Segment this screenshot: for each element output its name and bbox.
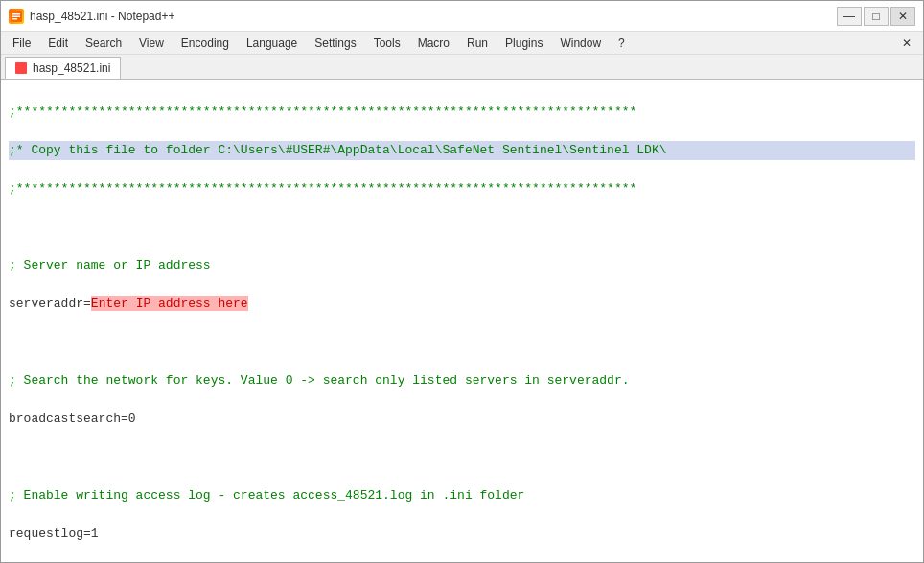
maximize-button[interactable]: □ xyxy=(864,7,889,26)
svg-rect-2 xyxy=(12,15,20,17)
line-9: broadcastsearch=0 xyxy=(9,410,915,429)
menu-close-x[interactable]: ✕ xyxy=(894,35,919,52)
tab-bar: hasp_48521.ini xyxy=(1,55,923,80)
svg-rect-1 xyxy=(12,13,20,15)
editor-area[interactable]: ;***************************************… xyxy=(1,80,923,562)
menu-bar: File Edit Search View Encoding Language … xyxy=(1,32,923,55)
line-6: serveraddr=Enter IP address here xyxy=(9,294,915,314)
line-10 xyxy=(9,448,915,467)
title-bar: hasp_48521.ini - Notepad++ — □ ✕ xyxy=(1,1,923,32)
minimize-button[interactable]: — xyxy=(837,7,862,26)
line-4 xyxy=(9,218,915,237)
app-icon xyxy=(9,9,24,24)
svg-rect-3 xyxy=(12,18,17,20)
tab-file-icon xyxy=(15,62,27,74)
main-window: hasp_48521.ini - Notepad++ — □ ✕ File Ed… xyxy=(0,0,924,563)
menu-tools[interactable]: Tools xyxy=(366,35,408,52)
line-1: ;***************************************… xyxy=(9,103,915,122)
code-editor[interactable]: ;***************************************… xyxy=(1,80,923,562)
title-controls: — □ ✕ xyxy=(837,7,915,26)
menu-window[interactable]: Window xyxy=(552,35,609,52)
menu-search[interactable]: Search xyxy=(78,35,129,52)
line-2: ;* Copy this file to folder C:\Users\#US… xyxy=(9,141,915,160)
line-11: ; Enable writing access log - creates ac… xyxy=(9,486,915,505)
menu-edit[interactable]: Edit xyxy=(40,35,76,52)
menu-file[interactable]: File xyxy=(5,35,38,52)
tab-hasp-ini[interactable]: hasp_48521.ini xyxy=(5,57,121,79)
menu-encoding[interactable]: Encoding xyxy=(173,35,237,52)
close-button[interactable]: ✕ xyxy=(890,7,915,26)
menu-help[interactable]: ? xyxy=(611,35,633,52)
menu-view[interactable]: View xyxy=(131,35,172,52)
menu-settings[interactable]: Settings xyxy=(307,35,363,52)
line-5: ; Server name or IP address xyxy=(9,256,915,275)
menu-plugins[interactable]: Plugins xyxy=(497,35,550,52)
line-3: ;***************************************… xyxy=(9,179,915,199)
menu-language[interactable]: Language xyxy=(239,35,305,52)
menu-macro[interactable]: Macro xyxy=(410,35,457,52)
line-12: requestlog=1 xyxy=(9,525,915,544)
window-title: hasp_48521.ini - Notepad++ xyxy=(30,10,174,23)
tab-label: hasp_48521.ini xyxy=(33,61,110,75)
menu-run[interactable]: Run xyxy=(459,35,496,52)
title-bar-left: hasp_48521.ini - Notepad++ xyxy=(9,9,174,24)
line-7 xyxy=(9,333,915,352)
line-8: ; Search the network for keys. Value 0 -… xyxy=(9,371,915,390)
